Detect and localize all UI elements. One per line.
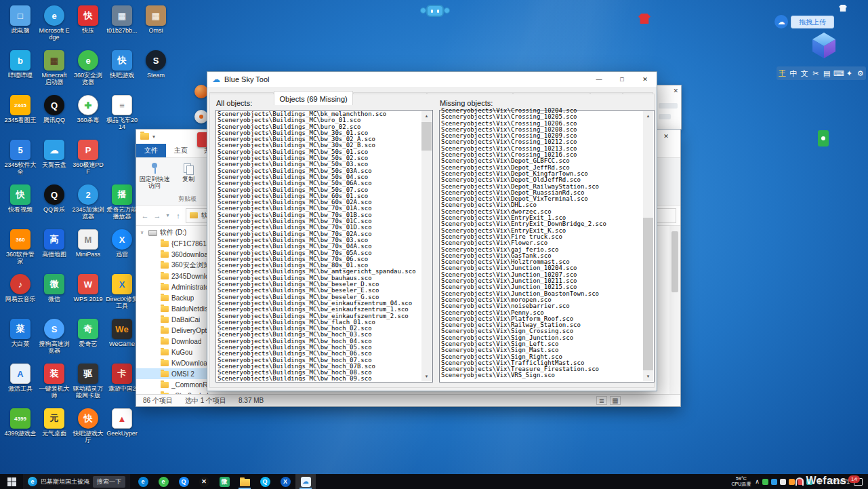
close-button[interactable]: ✕ [656,130,676,143]
desktop-icon-browser-2345[interactable]: 22345加速浏览器 [72,184,104,220]
desktop-icon-pdf-360[interactable]: P360极速PDF [72,140,104,175]
news-search-button[interactable]: 搜索一下 [93,476,125,488]
tree-item[interactable]: Backup [136,292,209,303]
desktop-icon-truck2[interactable]: 卡遨游中国2 [106,364,138,392]
recent-locations-dropdown-icon[interactable]: ▾ [165,212,171,218]
taskbar-app-thunder[interactable]: X [275,474,295,489]
taskbar-app-edge[interactable]: e [133,474,153,489]
tree-item[interactable]: 360downloa... [136,249,209,260]
tree-item[interactable]: DaBaiCai [136,314,209,325]
clothes-widget-icon[interactable] [638,14,650,24]
tree-item[interactable]: OMSI 2 [136,368,209,379]
desktop-icon-minipass[interactable]: MMiniPass [72,229,104,258]
desktop-icon-kuaizip[interactable]: 快快压 [72,5,104,34]
scroll-up-icon[interactable]: ▲ [421,111,432,121]
copy-button[interactable]: 复制 [173,161,204,195]
tree-item[interactable]: KuGou [136,347,209,357]
desktop-icon-nfs2014[interactable]: ≡极品飞车2014 [106,95,138,130]
taskbar-app-browser-360[interactable]: e [153,474,173,489]
floating-ball-white-icon[interactable] [194,110,208,123]
desktop-icon-qq-music[interactable]: QQQ音乐 [38,184,70,213]
explorer-tab-home[interactable]: 主页 [166,144,196,157]
scroll-down-icon[interactable]: ▼ [421,372,432,381]
toolbar-skin-icon[interactable]: 王 [777,66,787,80]
desktop-icon-kuaikan-video[interactable]: 快快看视频 [4,184,37,213]
desktop-icon-yuanqi[interactable]: 元元气桌面 [38,408,70,437]
desktop-icon-qudong[interactable]: 驱驱动精灵万能网卡版 [72,364,104,399]
tree-item[interactable]: KwDownload [136,357,209,368]
desktop-icon-kuaiba-hall[interactable]: 快快吧游戏大厅 [72,408,104,444]
desktop-icon-dabaicai[interactable]: 菜大白菜 [4,319,37,347]
desktop-icon-minecraft[interactable]: ▦Minecraft 启动器 [38,50,70,85]
scroll-up-icon[interactable]: ▲ [643,111,653,121]
drag-upload-button[interactable]: 拖拽上传 [791,16,834,28]
tree-item[interactable]: 360安全浏览... [136,260,209,271]
up-button[interactable]: ↑ [173,212,183,220]
desktop-icon-kantuwang-2345[interactable]: 23452345看图王 [4,95,37,123]
tree-item[interactable]: {CF1C7861-0... [136,238,209,249]
desktop-icon-wps[interactable]: WWPS 2019 [72,274,104,302]
listbox-scrollbar[interactable]: ▲ ▼ [643,111,653,381]
tree-item[interactable]: _CommonRe... [136,379,209,390]
desktop-icon-this-pc[interactable]: □此电脑 [4,5,37,34]
cube-widget-icon[interactable] [812,33,835,60]
taskbar-app-qq-browser[interactable]: Q [173,474,194,489]
back-button[interactable]: ← [140,212,150,220]
desktop-icon-browser-360[interactable]: e360安全浏览器 [72,50,104,85]
details-view-button[interactable]: ≣ [596,396,607,405]
minimize-button[interactable]: — [587,72,611,87]
desktop-icon-directx[interactable]: XDirectX修复工具 [106,274,138,309]
desktop-icon-activator[interactable]: A激活工具 [4,364,37,392]
desktop-icon-bilibili[interactable]: b哔哩哔哩 [4,50,37,79]
forward-button[interactable]: → [152,212,162,220]
tree-item[interactable]: Download [136,336,209,347]
desktop-icon-box-4399[interactable]: 43994399游戏盒 [4,408,37,437]
object-list-item[interactable]: Sceneryobjects\Vix\VRS_Sign.sco [441,372,642,378]
tray-white-icon[interactable] [780,479,786,485]
start-button[interactable] [0,474,23,489]
desktop-icon-zhuangji[interactable]: 装一键装机大师 [38,364,70,399]
file-list-scrollbar[interactable] [669,226,680,394]
desktop-icon-qq[interactable]: Q腾讯QQ [38,95,70,123]
toolbar-scissors-icon[interactable]: ✂ [811,66,821,80]
taskbar-app-wechat[interactable]: 微 [214,474,234,489]
all-objects-listbox[interactable]: Sceneryobjects\Buildings_MC\bk_melanchth… [215,110,433,383]
quick-access-dropdown-icon[interactable]: ▾ [152,134,155,140]
desktop-icon-tianyi-cloud[interactable]: ☁天翼云盘 [38,140,70,168]
toolbar-board-icon[interactable]: ▤ [822,66,831,80]
desktop-icon-netease-music[interactable]: ♪网易云音乐 [4,274,37,302]
tree-item[interactable]: ∨软件 (D:) [136,227,209,238]
maximize-button[interactable]: □ [611,72,634,87]
scrollbar-thumb[interactable] [643,218,653,370]
desktop-icon-steam[interactable]: SSteam [140,50,172,79]
tree-item[interactable]: DeliveryOpti... [136,325,209,336]
desktop-icon-omsi[interactable]: ▦Omsi [140,5,172,34]
news-widget[interactable]: e 巴基斯坦国土被淹 搜索一下 [23,474,130,489]
pin-to-quick-access-button[interactable]: 固定到快速访问 [139,161,170,195]
floating-ball-orange-icon[interactable] [194,85,208,98]
tray-blue-icon[interactable] [771,479,777,485]
tab-objects[interactable]: Objects (69 Missing) [274,91,352,105]
desktop-icon-wegame[interactable]: WeWeGame [106,319,138,347]
bst-titlebar[interactable]: ☁ Blue Sky Tool — □ ✕ [207,72,657,87]
toolbar-lang-icon[interactable]: 文 [800,66,809,80]
desktop-icon-kuaiba-game[interactable]: 快快吧游戏 [106,50,138,79]
desktop-icon-t01-image[interactable]: ▦t01b27bb... [106,5,138,34]
tree-item[interactable]: Administrato... [136,281,209,292]
listbox-scrollbar[interactable]: ▲ ▼ [421,111,432,381]
scroll-down-icon[interactable]: ▼ [643,372,653,381]
desktop-icon-soft-2345[interactable]: 52345软件大全 [4,140,37,175]
desktop-icon-iqiyi[interactable]: 奇爱奇艺 [72,319,104,347]
tray-orange-icon[interactable] [789,479,795,485]
close-button[interactable]: ✕ [634,72,657,87]
expander-icon[interactable]: ∨ [140,230,146,235]
tray-green-icon[interactable] [762,479,768,485]
tv-mascot-icon[interactable] [420,2,450,20]
tray-chevron-icon[interactable]: ∧ [755,479,760,485]
desktop-icon-sd-360[interactable]: ✚360杀毒 [72,95,104,123]
taskbar-app-xbox[interactable]: ✕ [194,474,214,489]
toolbar-settings-icon[interactable]: ⚙ [856,66,865,80]
explorer-tab-file[interactable]: 文件 [136,144,166,157]
toolbar-keyboard-icon[interactable]: ⌨ [833,66,843,80]
cpu-temp-indicator[interactable]: 59°C CPU温度 [732,476,751,487]
